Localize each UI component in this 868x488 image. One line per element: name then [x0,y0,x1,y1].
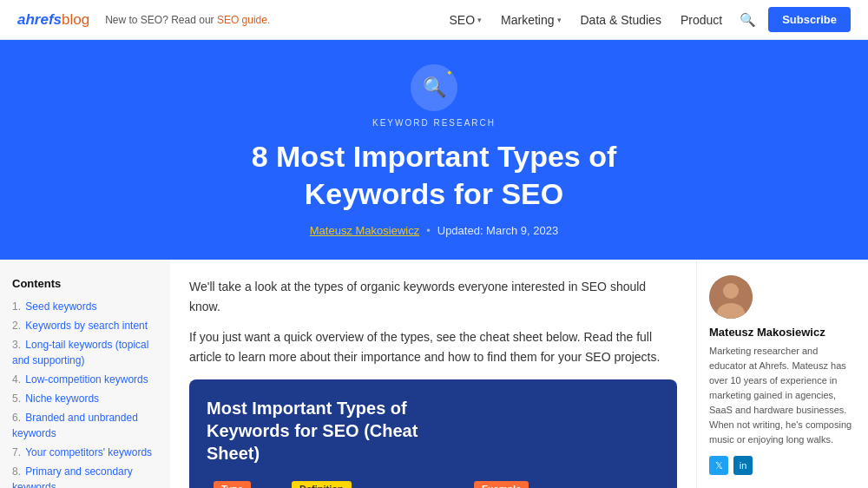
toc-item-8[interactable]: 8. Primary and secondary keywords [12,464,158,488]
linkedin-icon[interactable]: in [733,456,753,475]
article-main: We'll take a look at the types of organi… [170,260,696,488]
author-social: 𝕏 in [709,456,856,475]
author-sidebar: Mateusz Makosiewicz Marketing researcher… [696,260,868,488]
author-avatar [709,275,753,319]
search-icon[interactable]: 🔍 [733,7,763,33]
magnifier-icon: 🔍 [423,76,446,99]
toc-item-6[interactable]: 6. Branded and unbranded keywords [12,410,158,441]
toc-sidebar: Contents 1. Seed keywords 2. Keywords by… [0,260,170,488]
example-tag: Example [474,481,529,488]
twitter-icon[interactable]: 𝕏 [709,456,728,475]
hero-meta: Mateusz Makosiewicz • Updated: March 9, … [17,224,851,237]
main-nav: SEO ▾ Marketing ▾ Data & Studies Product… [440,7,763,33]
intro-paragraph-1: We'll take a look at the types of organi… [189,277,677,317]
content-area: Contents 1. Seed keywords 2. Keywords by… [0,260,868,488]
toc-item-4[interactable]: 4. Low-competition keywords [12,372,158,387]
seo-guide-link[interactable]: SEO guide. [217,14,270,26]
nav-product[interactable]: Product [672,8,731,32]
hero-author[interactable]: Mateusz Makosiewicz [310,224,419,237]
svg-point-1 [723,283,739,299]
intro-paragraph-2: If you just want a quick overview of the… [189,327,677,367]
logo-blog: blog [62,11,89,29]
site-header: ahrefsblog New to SEO? Read our SEO guid… [0,0,868,40]
definition-tag: Definition [292,481,352,488]
toc-item-3[interactable]: 3. Long-tail keywords (topical and suppo… [12,337,158,368]
author-bio: Marketing researcher and educator at Ahr… [709,344,856,447]
toc-list: 1. Seed keywords 2. Keywords by search i… [12,299,158,488]
col-example-header: Example [467,477,660,488]
hero-category: KEYWORD RESEARCH [17,118,851,128]
hero-dot: • [426,224,431,237]
cheat-sheet-title: Most Important Types of Keywords for SEO… [207,397,432,465]
toc-item-2[interactable]: 2. Keywords by search intent [12,318,158,333]
toc-item-1[interactable]: 1. Seed keywords [12,299,158,314]
header-notice: New to SEO? Read our SEO guide. [105,14,270,26]
hero-icon-wrapper: 🔍 ✦ [411,64,457,111]
sparkle-icon: ✦ [446,69,453,77]
toc-item-7[interactable]: 7. Your competitors' keywords [12,445,158,460]
avatar-image [709,275,753,319]
cheat-sheet: Most Important Types of Keywords for SEO… [189,379,677,488]
logo-ahrefs: ahrefs [17,11,62,29]
nav-marketing[interactable]: Marketing ▾ [492,8,569,32]
cheat-sheet-header-row: Type Definition Example [207,477,660,488]
hero-section: 🔍 ✦ KEYWORD RESEARCH 8 Most Important Ty… [0,40,868,260]
chevron-down-icon: ▾ [477,16,482,24]
type-tag: Type [214,481,251,488]
subscribe-button[interactable]: Subscribe [768,7,851,32]
col-def-header: Definition [285,477,467,488]
cheat-sheet-table: Type Definition Example Seed Starting po… [207,477,660,488]
nav-seo[interactable]: SEO ▾ [440,8,490,32]
logo[interactable]: ahrefsblog [17,11,89,29]
chevron-down-icon: ▾ [557,16,562,24]
toc-title: Contents [12,277,158,290]
col-type-header: Type [207,477,285,488]
nav-data-studies[interactable]: Data & Studies [572,8,670,32]
toc-item-5[interactable]: 5. Niche keywords [12,391,158,406]
author-name: Mateusz Makosiewicz [709,326,856,339]
hero-updated: Updated: March 9, 2023 [437,224,558,237]
hero-title: 8 Most Important Types of Keywords for S… [182,138,686,212]
